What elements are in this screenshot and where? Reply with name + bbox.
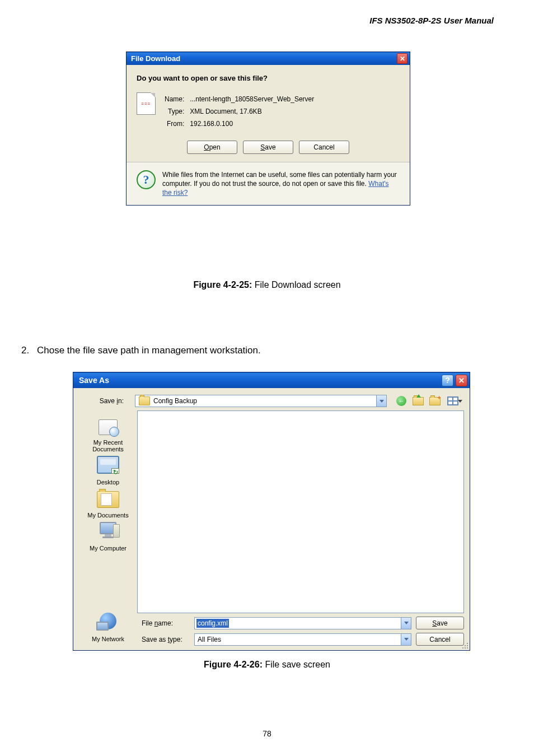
chevron-down-icon[interactable] — [376, 395, 386, 407]
save-in-value: Config Backup — [153, 397, 197, 405]
file-name-value: config.xml — [196, 619, 229, 628]
cancel-button[interactable]: Cancel — [416, 633, 464, 646]
saveas-title: Save As — [79, 376, 109, 385]
from-value: 192.168.0.100 — [190, 118, 314, 129]
create-new-folder-button[interactable]: ✦ — [428, 395, 442, 407]
cancel-button[interactable]: Cancel — [299, 141, 349, 154]
folder-up-icon — [413, 397, 424, 405]
resize-grip-icon[interactable] — [461, 641, 469, 649]
from-label: From: — [165, 118, 189, 129]
recent-documents-icon — [97, 416, 119, 437]
save-in-label: Save in: — [79, 397, 130, 405]
close-icon[interactable]: ✕ — [397, 53, 407, 64]
step-2-text: 2.Chose the file save path in management… — [21, 345, 261, 356]
save-button[interactable]: Save — [416, 617, 464, 629]
saveas-titlebar: Save As ? ✕ — [73, 372, 470, 388]
new-folder-icon: ✦ — [429, 397, 441, 405]
back-arrow-icon: ← — [396, 396, 406, 406]
figure-caption-2: Figure 4-2-26: File save screen — [0, 660, 534, 670]
open-button[interactable]: Open — [187, 141, 237, 154]
dialog-heading: Do you want to open or save this file? — [137, 74, 400, 82]
dialog-titlebar: File Download ✕ — [127, 52, 410, 65]
my-documents-icon — [97, 489, 119, 510]
help-icon[interactable]: ? — [442, 375, 453, 386]
close-icon[interactable]: ✕ — [456, 375, 467, 386]
my-network-icon — [97, 613, 119, 634]
figure-caption-1: Figure 4-2-25: File Download screen — [0, 280, 534, 290]
type-value: XML Document, 17.6KB — [190, 106, 314, 117]
folder-icon — [139, 396, 150, 405]
page-header: IFS NS3502-8P-2S User Manual — [369, 16, 494, 25]
chevron-down-icon[interactable] — [401, 618, 411, 629]
back-button[interactable]: ← — [395, 395, 408, 407]
chevron-down-icon[interactable] — [401, 634, 411, 645]
my-computer-icon — [97, 522, 119, 543]
up-one-level-button[interactable] — [411, 395, 425, 407]
desktop-icon: ↻ — [97, 456, 119, 477]
save-as-type-label: Save as type: — [137, 636, 190, 643]
xml-file-icon: ≡≡≡ — [137, 92, 156, 115]
views-button[interactable] — [445, 395, 464, 407]
save-as-type-value: All Files — [198, 636, 221, 643]
dialog-title: File Download — [131, 54, 180, 63]
page-number: 78 — [0, 729, 534, 738]
places-bar: My Recent Documents ↻ Desktop My Documen… — [79, 410, 137, 646]
file-info-table: Name: ...ntent-length_18058Server_Web_Se… — [163, 92, 315, 130]
file-list-area[interactable] — [137, 410, 464, 613]
place-my-computer[interactable]: My Computer — [83, 522, 133, 552]
warning-text: While files from the Internet can be use… — [162, 170, 400, 197]
views-icon — [447, 396, 458, 405]
place-my-network[interactable]: My Network — [83, 613, 133, 642]
save-button[interactable]: Save — [243, 141, 293, 154]
place-my-documents[interactable]: My Documents — [83, 489, 133, 519]
save-as-type-field[interactable]: All Files — [194, 633, 411, 646]
type-label: Type: — [165, 106, 189, 117]
warning-panel: ? While files from the Internet can be u… — [127, 162, 410, 205]
help-shield-icon: ? — [137, 170, 156, 189]
file-name-label: File name: — [137, 619, 190, 627]
name-label: Name: — [165, 94, 189, 105]
place-desktop[interactable]: ↻ Desktop — [83, 456, 133, 486]
place-my-recent-documents[interactable]: My Recent Documents — [83, 416, 133, 452]
save-in-dropdown[interactable]: Config Backup — [135, 395, 387, 407]
file-download-dialog: File Download ✕ Do you want to open or s… — [126, 52, 410, 206]
name-value: ...ntent-length_18058Server_Web_Server — [190, 94, 314, 105]
file-name-field[interactable]: config.xml — [194, 617, 411, 629]
save-as-dialog: Save As ? ✕ Save in: Config Backup ← ✦ — [73, 372, 470, 651]
